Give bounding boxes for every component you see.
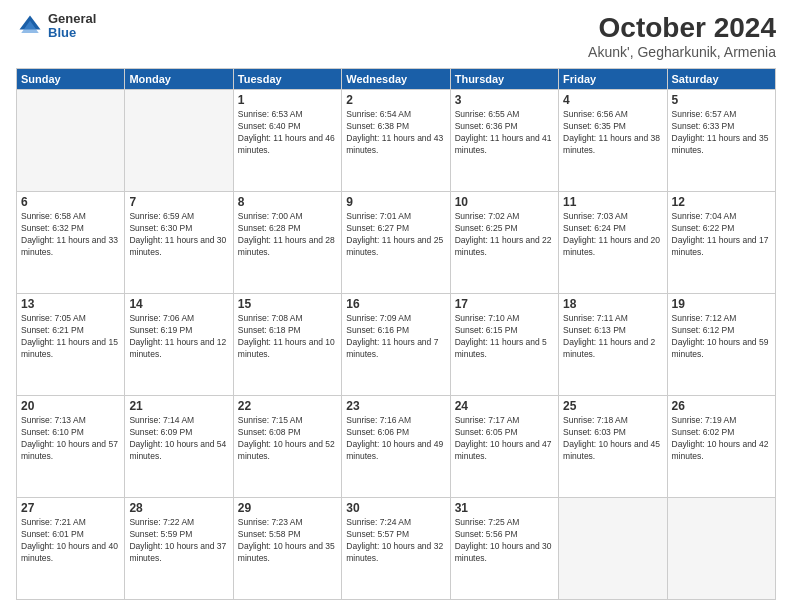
calendar-cell: 12 Sunrise: 7:04 AM Sunset: 6:22 PM Dayl… xyxy=(667,192,775,294)
day-number: 7 xyxy=(129,195,228,209)
day-number: 8 xyxy=(238,195,337,209)
calendar-table: SundayMondayTuesdayWednesdayThursdayFrid… xyxy=(16,68,776,600)
day-number: 16 xyxy=(346,297,445,311)
day-number: 27 xyxy=(21,501,120,515)
day-number: 4 xyxy=(563,93,662,107)
day-info: Sunrise: 7:09 AM Sunset: 6:16 PM Dayligh… xyxy=(346,313,445,361)
day-info: Sunrise: 7:10 AM Sunset: 6:15 PM Dayligh… xyxy=(455,313,554,361)
day-number: 3 xyxy=(455,93,554,107)
day-number: 29 xyxy=(238,501,337,515)
weekday-header: Tuesday xyxy=(233,69,341,90)
calendar-cell: 3 Sunrise: 6:55 AM Sunset: 6:36 PM Dayli… xyxy=(450,90,558,192)
calendar-cell: 19 Sunrise: 7:12 AM Sunset: 6:12 PM Dayl… xyxy=(667,294,775,396)
day-info: Sunrise: 6:53 AM Sunset: 6:40 PM Dayligh… xyxy=(238,109,337,157)
day-info: Sunrise: 7:13 AM Sunset: 6:10 PM Dayligh… xyxy=(21,415,120,463)
day-info: Sunrise: 7:00 AM Sunset: 6:28 PM Dayligh… xyxy=(238,211,337,259)
day-number: 22 xyxy=(238,399,337,413)
day-info: Sunrise: 7:16 AM Sunset: 6:06 PM Dayligh… xyxy=(346,415,445,463)
weekday-header: Thursday xyxy=(450,69,558,90)
day-info: Sunrise: 6:54 AM Sunset: 6:38 PM Dayligh… xyxy=(346,109,445,157)
logo-blue: Blue xyxy=(48,26,96,40)
day-number: 23 xyxy=(346,399,445,413)
weekday-header: Sunday xyxy=(17,69,125,90)
day-info: Sunrise: 7:06 AM Sunset: 6:19 PM Dayligh… xyxy=(129,313,228,361)
day-number: 26 xyxy=(672,399,771,413)
day-number: 30 xyxy=(346,501,445,515)
calendar-cell xyxy=(125,90,233,192)
calendar-cell: 11 Sunrise: 7:03 AM Sunset: 6:24 PM Dayl… xyxy=(559,192,667,294)
day-info: Sunrise: 7:17 AM Sunset: 6:05 PM Dayligh… xyxy=(455,415,554,463)
day-info: Sunrise: 6:59 AM Sunset: 6:30 PM Dayligh… xyxy=(129,211,228,259)
calendar-cell: 16 Sunrise: 7:09 AM Sunset: 6:16 PM Dayl… xyxy=(342,294,450,396)
day-number: 1 xyxy=(238,93,337,107)
logo-text: General Blue xyxy=(48,12,96,41)
calendar-cell: 17 Sunrise: 7:10 AM Sunset: 6:15 PM Dayl… xyxy=(450,294,558,396)
logo-icon xyxy=(16,12,44,40)
calendar-cell: 9 Sunrise: 7:01 AM Sunset: 6:27 PM Dayli… xyxy=(342,192,450,294)
weekday-header: Friday xyxy=(559,69,667,90)
calendar-cell: 7 Sunrise: 6:59 AM Sunset: 6:30 PM Dayli… xyxy=(125,192,233,294)
day-number: 12 xyxy=(672,195,771,209)
day-number: 10 xyxy=(455,195,554,209)
day-info: Sunrise: 7:23 AM Sunset: 5:58 PM Dayligh… xyxy=(238,517,337,565)
day-info: Sunrise: 7:25 AM Sunset: 5:56 PM Dayligh… xyxy=(455,517,554,565)
day-number: 17 xyxy=(455,297,554,311)
calendar-cell: 14 Sunrise: 7:06 AM Sunset: 6:19 PM Dayl… xyxy=(125,294,233,396)
calendar-cell: 20 Sunrise: 7:13 AM Sunset: 6:10 PM Dayl… xyxy=(17,396,125,498)
day-info: Sunrise: 7:12 AM Sunset: 6:12 PM Dayligh… xyxy=(672,313,771,361)
logo-general: General xyxy=(48,12,96,26)
day-info: Sunrise: 7:18 AM Sunset: 6:03 PM Dayligh… xyxy=(563,415,662,463)
calendar-cell xyxy=(667,498,775,600)
day-info: Sunrise: 6:55 AM Sunset: 6:36 PM Dayligh… xyxy=(455,109,554,157)
calendar-cell: 21 Sunrise: 7:14 AM Sunset: 6:09 PM Dayl… xyxy=(125,396,233,498)
header: General Blue October 2024 Akunk', Geghar… xyxy=(16,12,776,60)
calendar-cell: 15 Sunrise: 7:08 AM Sunset: 6:18 PM Dayl… xyxy=(233,294,341,396)
calendar-cell: 28 Sunrise: 7:22 AM Sunset: 5:59 PM Dayl… xyxy=(125,498,233,600)
location-subtitle: Akunk', Gegharkunik, Armenia xyxy=(588,44,776,60)
calendar-cell: 5 Sunrise: 6:57 AM Sunset: 6:33 PM Dayli… xyxy=(667,90,775,192)
calendar-cell: 30 Sunrise: 7:24 AM Sunset: 5:57 PM Dayl… xyxy=(342,498,450,600)
day-number: 31 xyxy=(455,501,554,515)
calendar-cell: 29 Sunrise: 7:23 AM Sunset: 5:58 PM Dayl… xyxy=(233,498,341,600)
day-number: 9 xyxy=(346,195,445,209)
day-number: 19 xyxy=(672,297,771,311)
day-number: 21 xyxy=(129,399,228,413)
day-number: 24 xyxy=(455,399,554,413)
day-info: Sunrise: 7:08 AM Sunset: 6:18 PM Dayligh… xyxy=(238,313,337,361)
day-info: Sunrise: 7:03 AM Sunset: 6:24 PM Dayligh… xyxy=(563,211,662,259)
calendar-cell: 10 Sunrise: 7:02 AM Sunset: 6:25 PM Dayl… xyxy=(450,192,558,294)
weekday-header: Monday xyxy=(125,69,233,90)
calendar-cell: 8 Sunrise: 7:00 AM Sunset: 6:28 PM Dayli… xyxy=(233,192,341,294)
day-number: 2 xyxy=(346,93,445,107)
day-info: Sunrise: 6:58 AM Sunset: 6:32 PM Dayligh… xyxy=(21,211,120,259)
calendar-cell: 6 Sunrise: 6:58 AM Sunset: 6:32 PM Dayli… xyxy=(17,192,125,294)
day-number: 11 xyxy=(563,195,662,209)
day-info: Sunrise: 7:11 AM Sunset: 6:13 PM Dayligh… xyxy=(563,313,662,361)
page: General Blue October 2024 Akunk', Geghar… xyxy=(0,0,792,612)
day-number: 15 xyxy=(238,297,337,311)
calendar-cell: 1 Sunrise: 6:53 AM Sunset: 6:40 PM Dayli… xyxy=(233,90,341,192)
title-block: October 2024 Akunk', Gegharkunik, Armeni… xyxy=(588,12,776,60)
day-info: Sunrise: 7:14 AM Sunset: 6:09 PM Dayligh… xyxy=(129,415,228,463)
calendar-cell: 2 Sunrise: 6:54 AM Sunset: 6:38 PM Dayli… xyxy=(342,90,450,192)
logo: General Blue xyxy=(16,12,96,41)
calendar-cell: 22 Sunrise: 7:15 AM Sunset: 6:08 PM Dayl… xyxy=(233,396,341,498)
calendar-cell: 26 Sunrise: 7:19 AM Sunset: 6:02 PM Dayl… xyxy=(667,396,775,498)
calendar-cell xyxy=(17,90,125,192)
calendar-cell: 25 Sunrise: 7:18 AM Sunset: 6:03 PM Dayl… xyxy=(559,396,667,498)
day-info: Sunrise: 7:19 AM Sunset: 6:02 PM Dayligh… xyxy=(672,415,771,463)
calendar-cell xyxy=(559,498,667,600)
month-title: October 2024 xyxy=(588,12,776,44)
calendar-cell: 13 Sunrise: 7:05 AM Sunset: 6:21 PM Dayl… xyxy=(17,294,125,396)
day-number: 5 xyxy=(672,93,771,107)
day-number: 25 xyxy=(563,399,662,413)
day-number: 13 xyxy=(21,297,120,311)
day-number: 14 xyxy=(129,297,228,311)
calendar-cell: 18 Sunrise: 7:11 AM Sunset: 6:13 PM Dayl… xyxy=(559,294,667,396)
day-info: Sunrise: 7:22 AM Sunset: 5:59 PM Dayligh… xyxy=(129,517,228,565)
day-info: Sunrise: 7:05 AM Sunset: 6:21 PM Dayligh… xyxy=(21,313,120,361)
calendar-cell: 4 Sunrise: 6:56 AM Sunset: 6:35 PM Dayli… xyxy=(559,90,667,192)
weekday-header: Wednesday xyxy=(342,69,450,90)
day-info: Sunrise: 6:56 AM Sunset: 6:35 PM Dayligh… xyxy=(563,109,662,157)
day-info: Sunrise: 7:04 AM Sunset: 6:22 PM Dayligh… xyxy=(672,211,771,259)
